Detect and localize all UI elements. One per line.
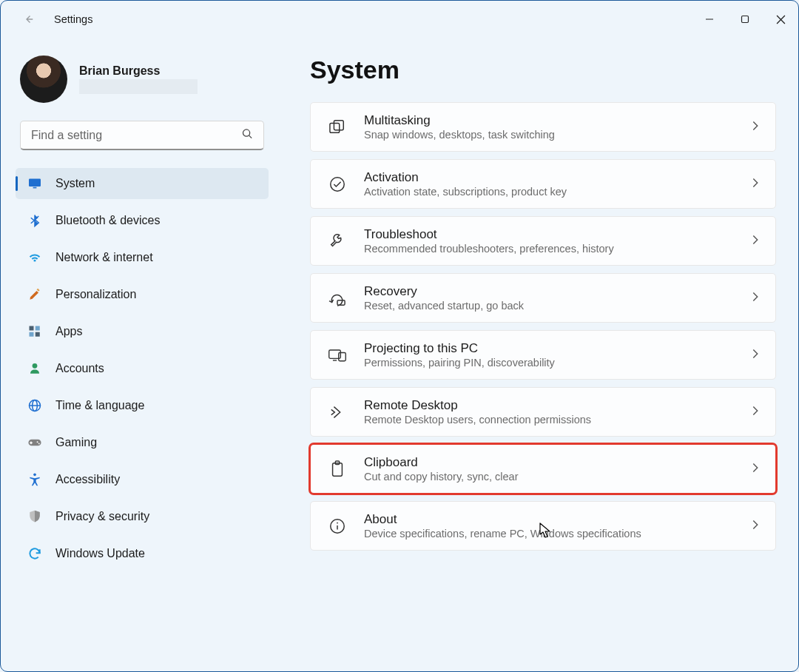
avatar xyxy=(20,56,67,103)
sidebar-item-label: Accessibility xyxy=(55,473,120,486)
brush-icon xyxy=(27,287,42,302)
card-title: Recovery xyxy=(364,284,750,299)
svg-point-19 xyxy=(33,474,36,477)
svg-point-18 xyxy=(38,443,40,445)
sidebar-item-personalization[interactable]: Personalization xyxy=(16,279,269,310)
minimize-button[interactable] xyxy=(692,3,727,36)
sidebar-item-apps[interactable]: Apps xyxy=(16,316,269,347)
card-text: Activation Activation state, subscriptio… xyxy=(364,170,750,198)
chevron-right-icon xyxy=(750,404,761,420)
svg-rect-4 xyxy=(29,179,41,187)
svg-point-31 xyxy=(337,522,338,523)
sidebar-item-gaming[interactable]: Gaming xyxy=(16,427,269,458)
card-subtitle: Reset, advanced startup, go back xyxy=(364,300,750,312)
sidebar-item-label: Bluetooth & devices xyxy=(55,214,160,227)
card-text: Recovery Reset, advanced startup, go bac… xyxy=(364,284,750,312)
sidebar-item-update[interactable]: Windows Update xyxy=(16,538,269,569)
sidebar-item-time[interactable]: Time & language xyxy=(16,390,269,421)
sidebar-item-label: Accounts xyxy=(55,362,104,375)
svg-point-10 xyxy=(33,363,38,369)
sidebar-item-system[interactable]: System xyxy=(16,168,269,199)
sidebar-item-bluetooth[interactable]: Bluetooth & devices xyxy=(16,205,269,236)
card-text: Projecting to this PC Permissions, pairi… xyxy=(364,341,750,369)
card-subtitle: Permissions, pairing PIN, discoverabilit… xyxy=(364,357,750,369)
card-title: Multitasking xyxy=(364,113,750,128)
close-button[interactable] xyxy=(763,3,798,36)
sidebar-item-label: Privacy & security xyxy=(55,510,149,523)
settings-card-recovery[interactable]: Recovery Reset, advanced startup, go bac… xyxy=(310,273,776,323)
svg-rect-1 xyxy=(742,16,749,23)
settings-card-troubleshoot[interactable]: Troubleshoot Recommended troubleshooters… xyxy=(310,216,776,266)
profile-email-redacted xyxy=(79,79,198,94)
sidebar-item-label: Gaming xyxy=(55,436,97,449)
sidebar-item-label: Windows Update xyxy=(55,547,145,560)
chevron-right-icon xyxy=(750,347,761,363)
page-title: System xyxy=(310,56,776,84)
settings-card-about[interactable]: About Device specifications, rename PC, … xyxy=(310,501,776,551)
svg-rect-16 xyxy=(30,443,33,443)
app-title: Settings xyxy=(54,13,92,25)
settings-card-activation[interactable]: Activation Activation state, subscriptio… xyxy=(310,159,776,209)
card-title: Troubleshoot xyxy=(364,227,750,242)
main-panel: System Multitasking Snap windows, deskto… xyxy=(274,38,798,671)
project-icon xyxy=(327,345,348,366)
back-arrow-icon xyxy=(22,13,36,26)
apps-icon xyxy=(27,324,42,339)
card-title: Activation xyxy=(364,170,750,185)
chevron-right-icon xyxy=(750,461,761,477)
settings-card-remote[interactable]: Remote Desktop Remote Desktop users, con… xyxy=(310,387,776,437)
multitasking-icon xyxy=(327,117,348,138)
sidebar-item-accounts[interactable]: Accounts xyxy=(16,353,269,384)
minimize-icon xyxy=(705,15,714,24)
wifi-icon xyxy=(27,250,42,265)
accessibility-icon xyxy=(27,472,42,487)
info-icon xyxy=(327,516,348,537)
sidebar-item-network[interactable]: Network & internet xyxy=(16,242,269,273)
svg-point-22 xyxy=(331,177,344,190)
card-subtitle: Device specifications, rename PC, Window… xyxy=(364,528,750,540)
profile-block[interactable]: Brian Burgess xyxy=(16,56,269,103)
gamepad-icon xyxy=(27,435,42,450)
maximize-button[interactable] xyxy=(727,3,763,36)
card-title: Remote Desktop xyxy=(364,398,750,413)
back-button[interactable] xyxy=(16,6,42,33)
card-title: Projecting to this PC xyxy=(364,341,750,356)
svg-rect-20 xyxy=(330,123,340,132)
maximize-icon xyxy=(741,15,749,24)
card-title: Clipboard xyxy=(364,455,750,470)
chevron-right-icon xyxy=(750,233,761,249)
card-text: Remote Desktop Remote Desktop users, con… xyxy=(364,398,750,426)
chevron-right-icon xyxy=(750,290,761,306)
svg-rect-27 xyxy=(333,463,343,475)
card-subtitle: Recommended troubleshooters, preferences… xyxy=(364,243,750,255)
card-title: About xyxy=(364,512,750,527)
sidebar-item-accessibility[interactable]: Accessibility xyxy=(16,464,269,495)
settings-card-projecting[interactable]: Projecting to this PC Permissions, pairi… xyxy=(310,330,776,380)
sidebar: Brian Burgess System Bluetooth & devices… xyxy=(1,38,274,671)
sidebar-item-label: Apps xyxy=(55,325,82,338)
globe-icon xyxy=(27,398,42,413)
card-subtitle: Cut and copy history, sync, clear xyxy=(364,471,750,483)
svg-rect-7 xyxy=(36,326,40,331)
display-icon xyxy=(27,176,42,191)
card-subtitle: Snap windows, desktops, task switching xyxy=(364,129,750,141)
svg-point-17 xyxy=(37,441,38,443)
settings-card-clipboard[interactable]: Clipboard Cut and copy history, sync, cl… xyxy=(310,444,776,494)
check-circle-icon xyxy=(327,174,348,195)
search-input[interactable] xyxy=(20,121,264,150)
nav-list: System Bluetooth & devices Network & int… xyxy=(16,168,269,569)
chevron-right-icon xyxy=(750,176,761,192)
chevron-right-icon xyxy=(750,119,761,135)
chevron-right-icon xyxy=(750,518,761,534)
card-text: About Device specifications, rename PC, … xyxy=(364,512,750,540)
settings-cards: Multitasking Snap windows, desktops, tas… xyxy=(310,102,776,551)
sidebar-item-label: Time & language xyxy=(55,399,144,412)
card-subtitle: Activation state, subscriptions, product… xyxy=(364,186,750,198)
settings-card-multitasking[interactable]: Multitasking Snap windows, desktops, tas… xyxy=(310,102,776,152)
window-controls xyxy=(692,3,798,36)
sidebar-item-label: Personalization xyxy=(55,288,136,301)
profile-name: Brian Burgess xyxy=(79,64,198,78)
clipboard-icon xyxy=(327,459,348,480)
update-icon xyxy=(27,546,42,561)
sidebar-item-privacy[interactable]: Privacy & security xyxy=(16,501,269,532)
